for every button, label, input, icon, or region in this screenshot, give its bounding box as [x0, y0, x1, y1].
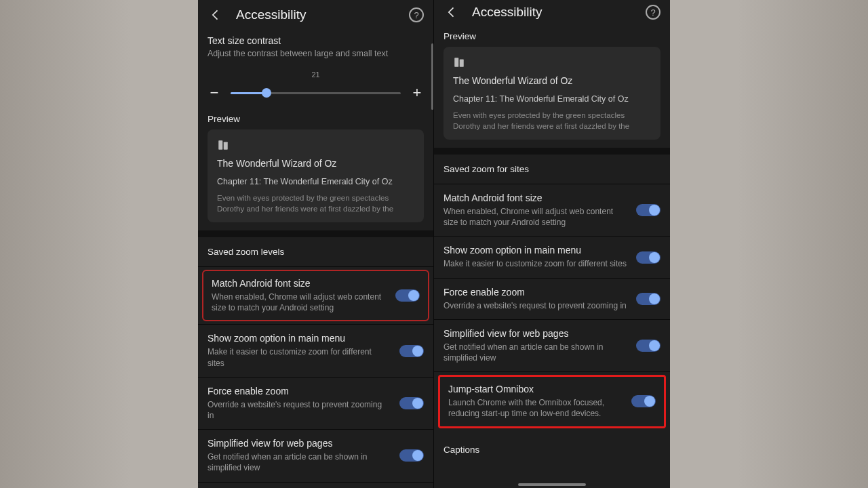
- setting-desc: Get notified when an article can be show…: [208, 451, 390, 473]
- highlighted-row-jumpstart: Jump-start Omnibox Launch Chrome with th…: [438, 375, 666, 428]
- slider-track[interactable]: [231, 92, 401, 94]
- setting-jumpstart-omnibox[interactable]: Jump-start Omnibox Launch Chrome with th…: [446, 384, 658, 419]
- page-title: Accessibility: [472, 5, 646, 20]
- setting-match-android-font[interactable]: Match Android font size When enabled, Ch…: [434, 184, 670, 236]
- captions-label[interactable]: Captions: [434, 435, 670, 464]
- text-size-slider: − +: [198, 79, 433, 107]
- decrease-button[interactable]: −: [208, 84, 221, 102]
- svg-rect-2: [454, 58, 458, 67]
- svg-rect-3: [460, 60, 464, 67]
- setting-title: Simplified view for web pages: [208, 438, 390, 449]
- back-arrow-icon[interactable]: [443, 4, 460, 20]
- toggle-simplified[interactable]: [636, 340, 660, 352]
- help-icon[interactable]: ?: [409, 7, 424, 22]
- preview-chapter: Chapter 11: The Wonderful Emerald City o…: [217, 177, 414, 186]
- svg-rect-0: [218, 140, 222, 150]
- captions-label[interactable]: Captions: [198, 483, 433, 488]
- toggle-show-zoom[interactable]: [636, 251, 660, 264]
- text-size-label: Text size contrast: [208, 35, 424, 46]
- help-icon[interactable]: ?: [646, 5, 660, 20]
- toggle-force-zoom[interactable]: [636, 293, 660, 305]
- preview-title: The Wonderful Wizard of Oz: [217, 158, 414, 169]
- screenshot-pair: Accessibility ? Text size contrast Adjus…: [198, 0, 670, 488]
- saved-zoom-label[interactable]: Saved zoom levels: [198, 237, 433, 266]
- header: Accessibility ?: [198, 0, 433, 28]
- setting-title: Match Android font size: [212, 278, 386, 289]
- setting-title: Show zoom option in main menu: [208, 333, 390, 344]
- setting-title: Jump-start Omnibox: [448, 384, 622, 394]
- slider-value: 21: [198, 70, 433, 79]
- toggle-match-font[interactable]: [636, 204, 660, 216]
- setting-desc: Launch Chrome with the Omnibox focused, …: [448, 397, 622, 419]
- scrollbar-indicator: [431, 43, 433, 110]
- setting-match-android-font[interactable]: Match Android font size When enabled, Ch…: [209, 278, 422, 313]
- toggle-match-font[interactable]: [395, 289, 420, 302]
- toggle-show-zoom[interactable]: [399, 345, 424, 357]
- setting-title: Simplified view for web pages: [443, 328, 627, 339]
- setting-desc: Override a website's request to prevent …: [443, 300, 627, 311]
- setting-title: Force enable zoom: [443, 287, 627, 298]
- setting-desc: Get notified when an article can be show…: [443, 342, 627, 363]
- svg-rect-1: [224, 142, 228, 150]
- setting-title: Show zoom option in main menu: [443, 245, 627, 256]
- setting-force-zoom[interactable]: Force enable zoom Override a website's r…: [198, 378, 433, 429]
- preview-chapter: Chapter 11: The Wonderful Emerald City o…: [453, 94, 651, 104]
- setting-simplified[interactable]: Simplified view for web pages Get notifi…: [434, 320, 670, 371]
- preview-label: Preview: [198, 107, 433, 129]
- preview-label: Preview: [434, 24, 670, 47]
- setting-desc: When enabled, Chrome will adjust web con…: [443, 206, 627, 228]
- increase-button[interactable]: +: [410, 84, 424, 102]
- preview-card: The Wonderful Wizard of Oz Chapter 11: T…: [443, 47, 660, 140]
- back-arrow-icon[interactable]: [208, 7, 224, 23]
- setting-force-zoom[interactable]: Force enable zoom Override a website's r…: [434, 279, 670, 319]
- header: Accessibility ?: [434, 0, 670, 24]
- setting-title: Match Android font size: [443, 192, 627, 203]
- setting-desc: Override a website's request to prevent …: [208, 399, 390, 421]
- text-size-desc: Adjust the contrast between large and sm…: [208, 49, 424, 58]
- setting-title: Force enable zoom: [208, 386, 390, 396]
- setting-show-zoom[interactable]: Show zoom option in main menu Make it ea…: [434, 237, 670, 277]
- setting-desc: Make it easier to customize zoom for dif…: [443, 258, 627, 269]
- setting-simplified[interactable]: Simplified view for web pages Get notifi…: [198, 430, 433, 481]
- book-icon: [217, 139, 229, 151]
- setting-desc: When enabled, Chrome will adjust web con…: [212, 291, 386, 313]
- toggle-force-zoom[interactable]: [399, 397, 424, 409]
- phone-right: Accessibility ? Preview The Wonderful Wi…: [434, 0, 670, 488]
- book-icon: [453, 56, 465, 68]
- preview-body: Even with eyes protected by the green sp…: [453, 110, 651, 131]
- setting-desc: Make it easier to customize zoom for dif…: [208, 346, 390, 368]
- saved-zoom-label[interactable]: Saved zoom for sites: [434, 155, 670, 184]
- preview-card: The Wonderful Wizard of Oz Chapter 11: T…: [208, 129, 424, 222]
- preview-title: The Wonderful Wizard of Oz: [453, 75, 651, 86]
- highlighted-row-match-font: Match Android font size When enabled, Ch…: [202, 270, 429, 321]
- preview-body: Even with eyes protected by the green sp…: [217, 193, 414, 214]
- setting-show-zoom[interactable]: Show zoom option in main menu Make it ea…: [198, 325, 433, 376]
- toggle-simplified[interactable]: [399, 449, 424, 462]
- toggle-jumpstart[interactable]: [631, 395, 656, 407]
- page-title: Accessibility: [236, 7, 409, 22]
- slider-thumb[interactable]: [262, 88, 271, 98]
- phone-left: Accessibility ? Text size contrast Adjus…: [198, 0, 434, 488]
- nav-handle[interactable]: [518, 483, 586, 486]
